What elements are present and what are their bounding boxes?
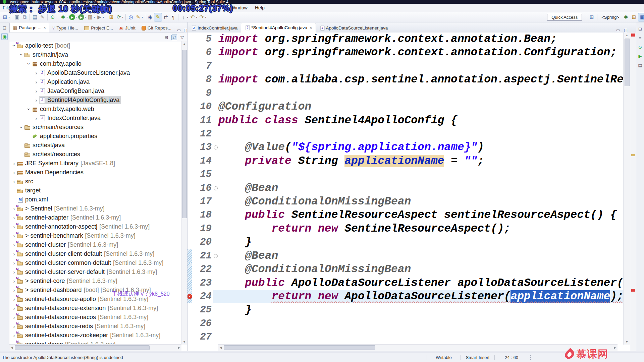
code-line[interactable]: 18 public SentinelResourceAspect sentine…: [187, 208, 624, 222]
link-with-editor-icon[interactable]: ⇄: [171, 35, 177, 40]
code-line[interactable]: 25 }: [187, 303, 624, 317]
editor-vertical-scrollbar[interactable]: ▲ ▼: [623, 33, 630, 345]
tree-item[interactable]: ›Mapollo-test[boot]: [9, 41, 181, 50]
new-wizard-icon[interactable]: ⊞▾: [1, 13, 10, 21]
code-line[interactable]: 22 @ConditionalOnMissingBean: [187, 263, 624, 276]
tree-item[interactable]: ›Msentinel-datasource-zookeeper[Sentinel…: [9, 331, 181, 340]
scroll-down-icon[interactable]: ▼: [181, 340, 187, 344]
tree-item[interactable]: ›Msentinel-datasource-redis[Sentinel 1.6…: [9, 322, 181, 331]
spring-boot-view-icon[interactable]: ◉: [1, 33, 7, 40]
tree-expanded-arrow-icon[interactable]: ›: [19, 52, 24, 58]
fold-marker-icon[interactable]: [214, 254, 218, 258]
code-line[interactable]: 6import org.springframework.context.anno…: [187, 46, 624, 59]
error-overview-marker[interactable]: [631, 289, 635, 292]
tree-item[interactable]: ›JIndexController.java: [9, 114, 181, 123]
menu-help[interactable]: Help: [255, 5, 265, 10]
scroll-up-icon[interactable]: ▲: [181, 41, 187, 46]
code-line[interactable]: 27: [187, 330, 624, 344]
scroll-down-icon[interactable]: ▼: [624, 340, 630, 344]
tree-item[interactable]: ›JJavaConfigBean.java: [9, 86, 181, 96]
tree-item[interactable]: src/test/resources: [9, 150, 181, 159]
restore-trimstack-icon[interactable]: ⊟: [638, 26, 642, 32]
code-line[interactable]: 23 public ApolloDataSourceListener apoll…: [187, 277, 624, 290]
scrollbar-thumb[interactable]: [625, 39, 630, 86]
code-line[interactable]: 15: [187, 168, 624, 181]
code-line[interactable]: 5import org.springframework.context.anno…: [187, 33, 624, 46]
code-line[interactable]: 8import com.alibaba.csp.sentinel.annotat…: [187, 73, 624, 86]
scroll-right-icon[interactable]: ▶: [177, 346, 181, 349]
code-line[interactable]: 12: [187, 127, 624, 141]
tree-item[interactable]: src/test/java: [9, 141, 181, 150]
next-annotation-icon[interactable]: ⇄: [162, 13, 169, 21]
tree-horizontal-scrollbar[interactable]: ◀ ▶: [9, 344, 181, 351]
view-tab-projecte[interactable]: Project E...: [81, 23, 116, 33]
show-whitespace-icon[interactable]: ¶: [169, 13, 177, 21]
close-icon[interactable]: ×: [44, 25, 46, 30]
code-line[interactable]: 7: [187, 60, 624, 73]
tree-expanded-arrow-icon[interactable]: ›: [26, 107, 32, 112]
fold-marker-icon[interactable]: [214, 186, 218, 190]
servers-view-icon[interactable]: ▤: [638, 63, 642, 68]
scroll-left-icon[interactable]: ◀: [9, 346, 14, 349]
spring-symbols-icon[interactable]: ⊙: [638, 45, 642, 50]
scroll-left-icon[interactable]: ◀: [218, 346, 223, 349]
tree-item[interactable]: ›src/main/java: [9, 50, 181, 59]
maximize-icon[interactable]: ▢: [624, 28, 628, 33]
tree-item[interactable]: ›Msentinel-adapter[Sentinel 1.6.3-my]: [9, 213, 181, 222]
debug-perspective-icon[interactable]: ✱: [622, 13, 630, 21]
code-line[interactable]: 17 @ConditionalOnMissingBean: [187, 195, 624, 208]
tree-item[interactable]: target: [9, 186, 181, 195]
quick-access-button[interactable]: Quick Access: [547, 14, 582, 21]
tree-item[interactable]: ›Msentinel-cluster[Sentinel 1.6.3-my]: [9, 240, 181, 249]
view-tab-gitrepos[interactable]: Git Repos...: [139, 23, 174, 33]
view-tab-junit[interactable]: JuJUnit: [116, 23, 139, 33]
minimize-icon[interactable]: ▭: [616, 28, 620, 33]
editor-tab-indexcontrollerjava[interactable]: JIndexController.java: [187, 23, 241, 33]
tree-item[interactable]: Mpom.xml: [9, 195, 181, 204]
tree-item[interactable]: ›Msentinel-annotation-aspectj[Sentinel 1…: [9, 222, 181, 231]
tree-item[interactable]: ›Msentinel-datasource-extension[Sentinel…: [9, 304, 181, 313]
tree-collapsed-arrow-icon[interactable]: ›: [34, 70, 39, 76]
last-edit-location-icon[interactable]: ↓▾: [180, 13, 189, 21]
scrollbar-thumb[interactable]: [15, 345, 150, 350]
tree-expanded-arrow-icon[interactable]: ›: [19, 125, 24, 130]
toggle-mark-occurrences-icon[interactable]: ✎: [154, 13, 162, 21]
menu-window[interactable]: Window: [231, 5, 248, 10]
fold-marker-icon[interactable]: [214, 145, 218, 149]
tree-item[interactable]: ›src: [9, 177, 181, 186]
code-line[interactable]: 20 }: [187, 236, 624, 249]
view-tab-package[interactable]: ▦Package ...×: [9, 23, 49, 33]
occurrence-overview-marker[interactable]: [631, 154, 635, 156]
update-maven-project-icon[interactable]: ⟳▾: [115, 13, 124, 21]
java-perspective-icon[interactable]: ▣: [638, 13, 644, 21]
code-line[interactable]: 10@Configuration: [187, 100, 624, 114]
scroll-up-icon[interactable]: ▲: [624, 33, 630, 37]
code-line[interactable]: 19 return new SentinelResourceAspect();: [187, 222, 624, 236]
code-line[interactable]: 13 @Value("${spring.application.name}"): [187, 141, 624, 154]
tree-item[interactable]: ›JApolloDataSourceListener.java: [9, 68, 181, 77]
tree-item[interactable]: ›Msentinel-cluster-common-default[Sentin…: [9, 258, 181, 267]
tree-collapsed-arrow-icon[interactable]: ›: [34, 97, 39, 103]
tree-item[interactable]: ›Msentinel-cluster-client-default[Sentin…: [9, 249, 181, 258]
code-line[interactable]: 9: [187, 87, 624, 100]
view-menu-icon[interactable]: ▽: [180, 35, 184, 40]
code-line[interactable]: 16 @Bean: [187, 182, 624, 195]
tree-item[interactable]: ›▦com.bfxy.apollo.web: [9, 105, 181, 114]
tree-expanded-arrow-icon[interactable]: ›: [26, 61, 32, 67]
view-tab-typehie[interactable]: ⑂Type Hie...: [49, 23, 81, 33]
tree-item[interactable]: ›Msentinel-cluster-server-default[Sentin…: [9, 267, 181, 277]
boot-devtools-icon[interactable]: ▶: [639, 54, 642, 59]
editor-tab-sentinel4apolloconfigjava[interactable]: J*Sentinel4ApolloConfig.java×: [241, 23, 316, 33]
tree-item[interactable]: ›JSentinel4ApolloConfig.java: [9, 96, 181, 105]
tree-collapsed-arrow-icon[interactable]: ›: [34, 79, 39, 85]
tree-item[interactable]: ›M> sentinel-benchmark[Sentinel 1.6.3-my…: [9, 231, 181, 240]
code-line[interactable]: 11public class Sentinel4ApolloConfig {: [187, 114, 624, 127]
collapse-all-icon[interactable]: ⊟: [164, 35, 168, 40]
tree-item[interactable]: ›M> Sentinel[Sentinel 1.6.3-my]: [9, 204, 181, 213]
java-browsing-perspective-icon[interactable]: ⊞: [630, 13, 638, 21]
new-class-icon[interactable]: ◎: [127, 13, 135, 21]
code-line[interactable]: ×24 return new ApolloDataSourceListener(…: [187, 290, 624, 303]
tree-item[interactable]: ›Maven Dependencies: [9, 168, 181, 177]
tree-item[interactable]: ›▦com.bfxy.apollo: [9, 59, 181, 68]
tree-collapsed-arrow-icon[interactable]: ›: [11, 161, 17, 166]
